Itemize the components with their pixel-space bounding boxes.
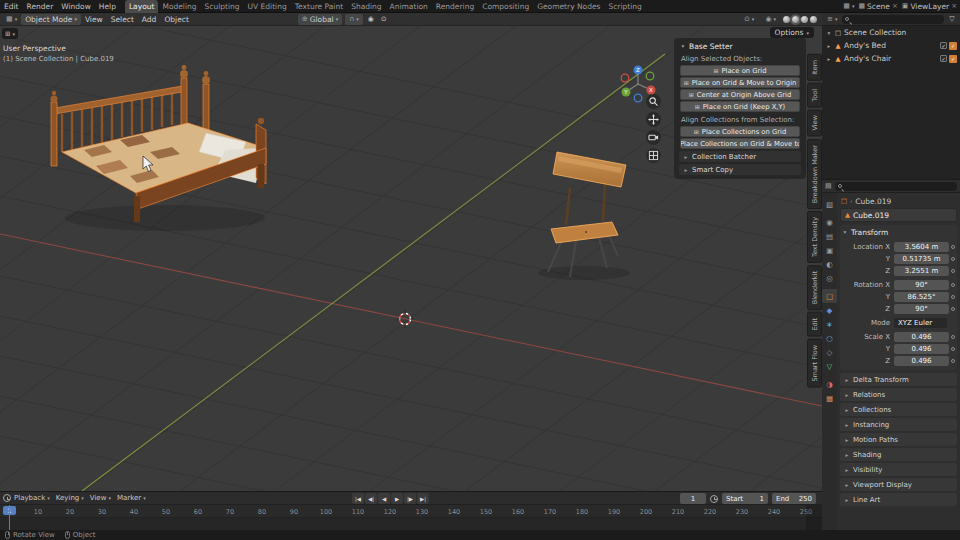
disclosure-icon[interactable]: ▾ [826, 30, 832, 36]
tab-particles[interactable]: ∗ [822, 317, 837, 331]
material-preview-icon[interactable] [801, 16, 808, 23]
timeline-editor-icon[interactable] [3, 494, 11, 502]
editor-type-dropdown[interactable]: ▦ ▾ [2, 14, 21, 25]
number-field[interactable]: 0.51735 m [894, 254, 949, 264]
viewport-menu[interactable]: Select [107, 15, 138, 24]
viewport-3d[interactable]: User Perspective (1) Scene Collection | … [0, 26, 822, 491]
collapsed-section-header[interactable]: ▸ Relations [840, 388, 957, 401]
workspace-tab[interactable]: Modeling [158, 0, 200, 13]
tab-render[interactable]: ◉ [822, 215, 837, 229]
animate-decorator[interactable] [951, 269, 955, 273]
animate-decorator[interactable] [951, 257, 955, 261]
workspace-tab[interactable]: Scripting [604, 0, 645, 13]
outliner-row[interactable]: ▸ ▲ Andy's Chair ✓ ✓ [822, 52, 960, 65]
animate-decorator[interactable] [951, 347, 955, 351]
number-field[interactable]: 90° [894, 304, 949, 314]
viewport-menu[interactable]: View [81, 15, 107, 24]
animate-decorator[interactable] [951, 307, 955, 311]
id-name-field[interactable]: ▲ Cube.019 [840, 208, 957, 222]
outliner-search-input[interactable] [842, 15, 944, 24]
snap-target-icon[interactable]: ⊙ [379, 14, 389, 25]
tab-constraints[interactable]: ◇ [822, 345, 837, 359]
topbar-menu[interactable]: Help [95, 2, 120, 11]
viewlayer-remove-icon[interactable]: × [951, 2, 957, 10]
tab-material[interactable]: ◑ [822, 377, 837, 391]
collapsed-section-header[interactable]: ▸ Viewport Display [840, 478, 957, 491]
tab-output[interactable]: ▤ [822, 229, 837, 243]
workspace-tab[interactable]: Shading [347, 0, 385, 13]
timeline-menu[interactable]: Playback ▾ [11, 494, 53, 502]
disclosure-icon[interactable]: ▸ [826, 56, 832, 62]
next-keyframe-button[interactable]: |▶ [404, 493, 416, 504]
animate-decorator[interactable] [951, 283, 955, 287]
sidebar-tab[interactable]: Text Density [807, 211, 822, 263]
current-frame-field[interactable]: 1 [680, 493, 706, 504]
outliner-row[interactable]: ▸ ▲ Andy's Bed ✓ ✓ [822, 39, 960, 52]
workspace-tab[interactable]: Rendering [432, 0, 478, 13]
sidebar-tab[interactable]: Item [807, 54, 822, 81]
transform-panel-header[interactable]: ▾ Transform [842, 226, 955, 238]
collapsed-panel-header[interactable]: ▸ Smart Copy [679, 164, 801, 175]
snap-dropdown[interactable]: ∩ ▾ [345, 14, 363, 25]
viewport-menu[interactable]: Object [160, 15, 192, 24]
tab-texture[interactable]: ▦ [822, 391, 837, 405]
play-button[interactable]: ▶ [391, 493, 403, 504]
scene-selector[interactable]: ▦ Scene × [858, 2, 897, 11]
timeline-menu[interactable]: Marker ▾ [114, 494, 149, 502]
workspace-tab[interactable]: Texture Paint [291, 0, 347, 13]
topbar-menu[interactable]: Window [57, 2, 95, 11]
sidebar-tab[interactable]: Tool [807, 83, 822, 108]
visibility-badge-icon[interactable]: ✓ [949, 42, 957, 50]
number-field[interactable]: 3.2551 m [894, 266, 949, 276]
number-field[interactable]: 0.496 [894, 332, 949, 342]
animate-decorator[interactable] [951, 335, 955, 339]
solid-shading-icon[interactable] [792, 16, 799, 23]
collapsed-section-header[interactable]: ▸ Line Art [840, 493, 957, 506]
timeline-menu[interactable]: View ▾ [87, 494, 114, 502]
options-dropdown[interactable]: Options ▾ [770, 27, 814, 38]
visibility-badge-icon[interactable]: ✓ [949, 55, 957, 63]
number-field[interactable]: 90° [894, 280, 949, 290]
checkbox-icon[interactable]: ✓ [940, 42, 947, 49]
topbar-menu[interactable]: Render [23, 2, 58, 11]
outliner-editor-dropdown[interactable]: ≡ ▾ [825, 14, 839, 25]
animate-decorator[interactable] [951, 245, 955, 249]
bed-object[interactable] [50, 65, 266, 231]
play-reverse-button[interactable]: ◀ [378, 493, 390, 504]
timeline-ruler[interactable]: 1020304050607080901001101201301401501601… [0, 505, 822, 518]
end-frame-field[interactable]: End250 [772, 493, 816, 504]
proportional-editing-icon[interactable]: ◉ [366, 14, 376, 25]
animate-decorator[interactable] [951, 359, 955, 363]
align-collection-button[interactable]: ⊞ Place Collections on Grid [680, 126, 800, 137]
tab-tool[interactable]: ▧ [822, 197, 837, 211]
scene-unlink-icon[interactable]: × [892, 2, 898, 10]
checkbox-icon[interactable]: ✓ [940, 55, 947, 62]
workspace-tab[interactable]: Sculpting [201, 0, 244, 13]
sidebar-tab[interactable]: Smart Flow [807, 339, 822, 388]
mode-dropdown[interactable]: Object Mode ▾ [21, 14, 81, 25]
tab-world[interactable]: ◎ [822, 271, 837, 285]
animate-decorator[interactable] [951, 295, 955, 299]
align-object-button[interactable]: ⊞ Center at Origin Above Grid [680, 89, 800, 100]
number-field[interactable]: 86.525° [894, 292, 949, 302]
disclosure-icon[interactable]: ▸ [826, 43, 832, 49]
topbar-menu[interactable]: Edit [0, 2, 23, 11]
wireframe-shading-icon[interactable] [783, 16, 790, 23]
tab-view-layer[interactable]: ▣ [822, 243, 837, 257]
move-view-button[interactable] [646, 112, 661, 127]
rotation-mode-dropdown[interactable]: XYZ Euler [894, 318, 947, 328]
align-object-button[interactable]: ⊞ Place on Grid [680, 65, 800, 76]
timeline-tracks[interactable] [0, 518, 822, 530]
rendered-preview-icon[interactable] [810, 16, 817, 23]
collapsed-section-header[interactable]: ▸ Shading [840, 448, 957, 461]
chair-object[interactable] [538, 152, 630, 280]
ortho-grid-button[interactable] [646, 148, 661, 163]
sidebar-tab[interactable]: Blenderkit [807, 265, 822, 310]
panel-header[interactable]: ▾ Base Setter [676, 40, 804, 52]
viewlayer-selector[interactable]: ▣ ViewLayer × [902, 2, 957, 11]
number-field[interactable]: 0.496 [894, 344, 949, 354]
align-object-button[interactable]: ⊞ Place on Grid (Keep X,Y) [680, 101, 800, 112]
workspace-tab[interactable]: Animation [386, 0, 432, 13]
tab-scene[interactable]: ◐ [822, 257, 837, 271]
number-field[interactable]: 3.5604 m [894, 242, 949, 252]
